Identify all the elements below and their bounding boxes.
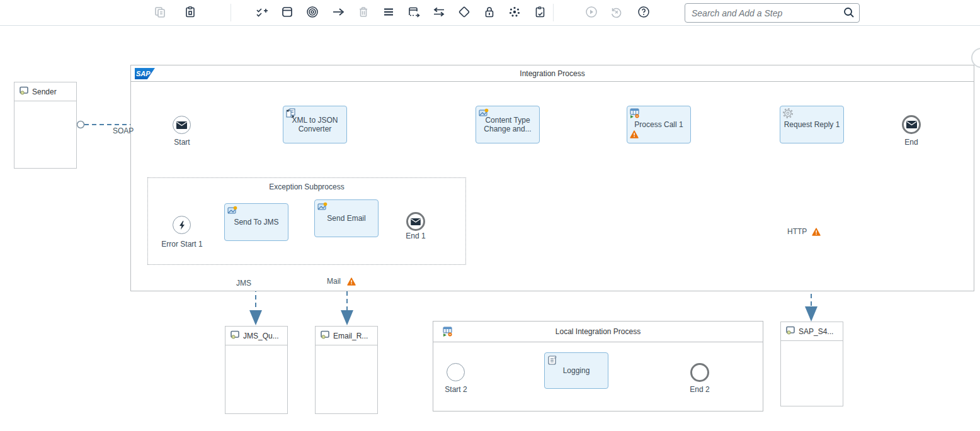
participant-icon [786,326,795,337]
step-label: Logging [560,366,593,375]
logging-step[interactable]: Logging [544,352,608,389]
receiver-header: SAP_S4... [781,322,843,341]
participants-button[interactable] [506,4,523,21]
end2-label: End 2 [671,385,728,394]
http-connection-label[interactable]: HTTP [787,227,821,236]
add-step-icon [256,6,268,20]
start2-event[interactable] [447,363,465,381]
error-start-event[interactable] [173,216,191,234]
timer-event-button[interactable] [406,4,422,21]
sap-s4-receiver-participant[interactable]: SAP_S4... [780,322,843,406]
transfer-button[interactable] [431,4,447,21]
pool-icon [281,6,293,20]
receiver-label: JMS_Qu... [243,332,279,340]
email-receiver-participant[interactable]: Email_R... [315,326,378,414]
gear-icon [783,108,793,121]
validate-icon [533,6,546,20]
toolbar-separator [231,4,231,21]
content-modifier-icon [479,108,489,121]
error-icon [178,220,186,230]
end-event-label: End [883,138,940,147]
participant-icon [20,86,28,98]
local-integration-process-header: Local Integration Process [433,322,763,342]
converter-icon [286,108,296,121]
connection-protocol: JMS [236,279,251,288]
editor-toolbar [0,0,980,26]
sender-label: Sender [32,87,57,96]
sender-participant[interactable]: Sender [14,82,77,169]
end1-event[interactable] [406,212,425,231]
process-button[interactable] [380,4,397,21]
copy-icon [154,6,166,20]
add-step-button[interactable] [254,4,270,21]
mail-connection-label[interactable]: Mail [327,277,356,286]
end1-label: End 1 [387,232,444,240]
local-integration-process-title: Local Integration Process [433,327,763,336]
send-icon [227,206,237,218]
receiver-header: Email_R... [316,327,377,345]
help-icon [637,6,650,20]
receiver-label: Email_R... [333,332,368,340]
search-input[interactable] [685,3,860,23]
connector-button[interactable] [330,4,346,21]
step-label: Send Email [324,214,368,223]
message-icon [906,121,917,128]
delete-button[interactable] [355,4,372,21]
process-call-step[interactable]: Process Call 1 [627,106,691,143]
participants-icon [508,6,521,20]
target-button[interactable] [304,4,321,21]
sender-header: Sender [14,82,76,101]
participant-icon [321,330,329,342]
arrow-right-icon [332,6,345,20]
error-start-label: Error Start 1 [154,240,210,249]
connection-protocol: Mail [327,277,341,286]
run-simulation-button[interactable] [583,4,600,21]
start-event[interactable] [173,116,191,134]
connection-protocol: SOAP [113,126,134,135]
jms-connection-label[interactable]: JMS [236,279,251,288]
send-icon [317,202,328,215]
send-email-step[interactable]: Send Email [314,199,379,237]
message-icon [176,121,187,129]
message-icon [411,218,421,225]
restore-icon [610,6,623,20]
process-call-icon [630,108,640,121]
search-field [685,3,860,23]
step-label: Request Reply 1 [781,120,843,129]
process-icon [382,6,395,20]
iflow-canvas[interactable]: Sender SAP Integration Process Exception… [0,0,980,431]
validate-button[interactable] [532,4,548,21]
timer-icon [407,6,420,20]
exception-subprocess-title: Exception Subprocess [148,182,465,191]
lock-icon [483,6,496,20]
help-button[interactable] [635,4,652,21]
end-event[interactable] [902,115,921,134]
start2-label: Start 2 [428,385,484,394]
restore-version-button[interactable] [608,4,625,21]
xml-to-json-converter-step[interactable]: XML to JSON Converter [283,106,347,143]
integration-process-header: SAP Integration Process [131,65,974,82]
search-icon[interactable] [843,7,855,21]
gateway-button[interactable] [456,4,472,21]
security-button[interactable] [481,4,498,21]
gateway-icon [458,6,470,20]
jms-receiver-participant[interactable]: JMS_Qu... [225,326,288,414]
content-type-step[interactable]: Content Type Change and... [476,106,540,143]
play-icon [585,6,598,20]
paste-icon [184,6,197,20]
end2-event[interactable] [690,363,709,382]
receiver-header: JMS_Qu... [225,327,287,345]
start-event-label: Start [154,138,210,147]
paste-button[interactable] [182,4,198,21]
script-icon [547,355,557,367]
request-reply-step[interactable]: Request Reply 1 [780,106,844,143]
connection-protocol: HTTP [787,227,807,236]
warning-icon [347,277,356,286]
toolbar-separator [553,4,554,21]
copy-button[interactable] [152,4,168,21]
send-to-jms-step[interactable]: Send To JMS [224,203,288,241]
soap-connection-label[interactable]: SOAP [113,126,134,135]
warning-icon [812,228,821,236]
pool-button[interactable] [279,4,295,21]
step-label: Process Call 1 [631,120,686,129]
